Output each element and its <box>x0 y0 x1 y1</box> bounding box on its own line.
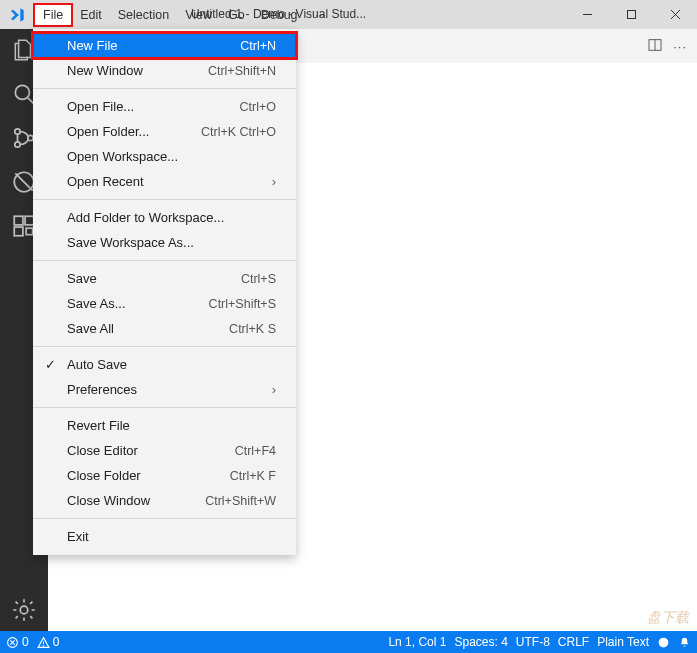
menu-item-shortcut: Ctrl+K F <box>230 469 276 483</box>
menu-view[interactable]: View <box>177 4 220 26</box>
menu-item-label: Save All <box>67 321 114 336</box>
menu-item-exit[interactable]: Exit <box>33 524 296 549</box>
menu-item-label: New File <box>67 38 118 53</box>
menu-go[interactable]: Go <box>220 4 253 26</box>
menu-edit[interactable]: Edit <box>72 4 110 26</box>
check-icon: ✓ <box>45 357 56 372</box>
minimize-button[interactable] <box>565 0 609 29</box>
menu-item-label: Close Editor <box>67 443 138 458</box>
chevron-right-icon: › <box>272 382 276 397</box>
menu-item-label: Save As... <box>67 296 126 311</box>
menu-item-label: Revert File <box>67 418 130 433</box>
svg-line-10 <box>15 173 32 190</box>
menu-separator <box>33 260 296 261</box>
svg-point-22 <box>43 645 44 646</box>
gear-icon[interactable] <box>11 597 37 623</box>
menu-item-label: Auto Save <box>67 357 127 372</box>
menu-item-shortcut: Ctrl+K Ctrl+O <box>201 125 276 139</box>
status-warnings[interactable]: 0 <box>37 635 60 649</box>
svg-point-23 <box>659 637 669 647</box>
menu-item-label: Close Window <box>67 493 150 508</box>
vscode-logo-icon <box>0 0 34 29</box>
menu-item-label: Open Workspace... <box>67 149 178 164</box>
menu-item-open-folder[interactable]: Open Folder...Ctrl+K Ctrl+O <box>33 119 296 144</box>
split-editor-icon[interactable] <box>647 37 663 56</box>
menu-item-save[interactable]: SaveCtrl+S <box>33 266 296 291</box>
status-lncol[interactable]: Ln 1, Col 1 <box>388 635 446 649</box>
status-feedback-icon[interactable] <box>657 636 670 649</box>
file-menu-dropdown: New FileCtrl+NNew WindowCtrl+Shift+NOpen… <box>33 29 296 555</box>
menu-separator <box>33 407 296 408</box>
maximize-button[interactable] <box>609 0 653 29</box>
menu-item-close-editor[interactable]: Close EditorCtrl+F4 <box>33 438 296 463</box>
menu-item-label: Close Folder <box>67 468 141 483</box>
menu-separator <box>33 518 296 519</box>
svg-rect-11 <box>14 216 23 225</box>
menu-item-shortcut: Ctrl+S <box>241 272 276 286</box>
menu-item-shortcut: Ctrl+F4 <box>235 444 276 458</box>
statusbar: 0 0 Ln 1, Col 1 Spaces: 4 UTF-8 CRLF Pla… <box>0 631 697 653</box>
menu-item-label: Preferences <box>67 382 137 397</box>
menu-item-shortcut: Ctrl+O <box>240 100 276 114</box>
menu-debug[interactable]: Debug <box>253 4 306 26</box>
menu-item-revert-file[interactable]: Revert File <box>33 413 296 438</box>
menu-item-open-recent[interactable]: Open Recent› <box>33 169 296 194</box>
menu-item-label: Exit <box>67 529 89 544</box>
menubar: File Edit Selection View Go Debug ··· <box>34 0 336 29</box>
menu-item-close-folder[interactable]: Close FolderCtrl+K F <box>33 463 296 488</box>
menu-item-save-all[interactable]: Save AllCtrl+K S <box>33 316 296 341</box>
svg-rect-13 <box>14 227 23 236</box>
status-lang[interactable]: Plain Text <box>597 635 649 649</box>
svg-point-4 <box>15 85 29 99</box>
status-bell-icon[interactable] <box>678 636 691 649</box>
menu-item-open-workspace[interactable]: Open Workspace... <box>33 144 296 169</box>
svg-rect-14 <box>26 228 32 235</box>
menu-item-new-window[interactable]: New WindowCtrl+Shift+N <box>33 58 296 83</box>
menu-file[interactable]: File <box>34 4 72 26</box>
svg-rect-1 <box>627 11 635 19</box>
menu-separator <box>33 199 296 200</box>
close-button[interactable] <box>653 0 697 29</box>
more-actions-icon[interactable]: ··· <box>673 39 687 54</box>
menu-item-new-file[interactable]: New FileCtrl+N <box>33 33 296 58</box>
menu-item-label: New Window <box>67 63 143 78</box>
titlebar: File Edit Selection View Go Debug ··· Un… <box>0 0 697 29</box>
menu-item-close-window[interactable]: Close WindowCtrl+Shift+W <box>33 488 296 513</box>
menu-item-label: Open File... <box>67 99 134 114</box>
svg-point-7 <box>15 142 20 147</box>
menu-item-save-workspace-as[interactable]: Save Workspace As... <box>33 230 296 255</box>
menu-separator <box>33 88 296 89</box>
svg-point-6 <box>15 129 20 134</box>
status-errors[interactable]: 0 <box>6 635 29 649</box>
status-encoding[interactable]: UTF-8 <box>516 635 550 649</box>
menu-item-label: Add Folder to Workspace... <box>67 210 224 225</box>
menu-item-open-file[interactable]: Open File...Ctrl+O <box>33 94 296 119</box>
menu-item-label: Open Recent <box>67 174 144 189</box>
status-spaces[interactable]: Spaces: 4 <box>454 635 507 649</box>
menu-item-shortcut: Ctrl+Shift+W <box>205 494 276 508</box>
menu-item-shortcut: Ctrl+Shift+N <box>208 64 276 78</box>
status-eol[interactable]: CRLF <box>558 635 589 649</box>
svg-point-15 <box>20 606 28 614</box>
menu-item-save-as[interactable]: Save As...Ctrl+Shift+S <box>33 291 296 316</box>
chevron-right-icon: › <box>272 174 276 189</box>
menu-item-label: Save <box>67 271 97 286</box>
menu-selection[interactable]: Selection <box>110 4 177 26</box>
menu-item-shortcut: Ctrl+N <box>240 39 276 53</box>
watermark-text: 盘下载 <box>647 609 689 627</box>
menu-item-shortcut: Ctrl+K S <box>229 322 276 336</box>
menu-item-auto-save[interactable]: ✓Auto Save <box>33 352 296 377</box>
menu-item-shortcut: Ctrl+Shift+S <box>209 297 276 311</box>
menu-item-label: Open Folder... <box>67 124 149 139</box>
window-controls <box>565 0 697 29</box>
menu-item-preferences[interactable]: Preferences› <box>33 377 296 402</box>
menu-item-add-folder-to-workspace[interactable]: Add Folder to Workspace... <box>33 205 296 230</box>
menu-overflow-icon[interactable]: ··· <box>306 4 336 26</box>
menu-item-label: Save Workspace As... <box>67 235 194 250</box>
menu-separator <box>33 346 296 347</box>
